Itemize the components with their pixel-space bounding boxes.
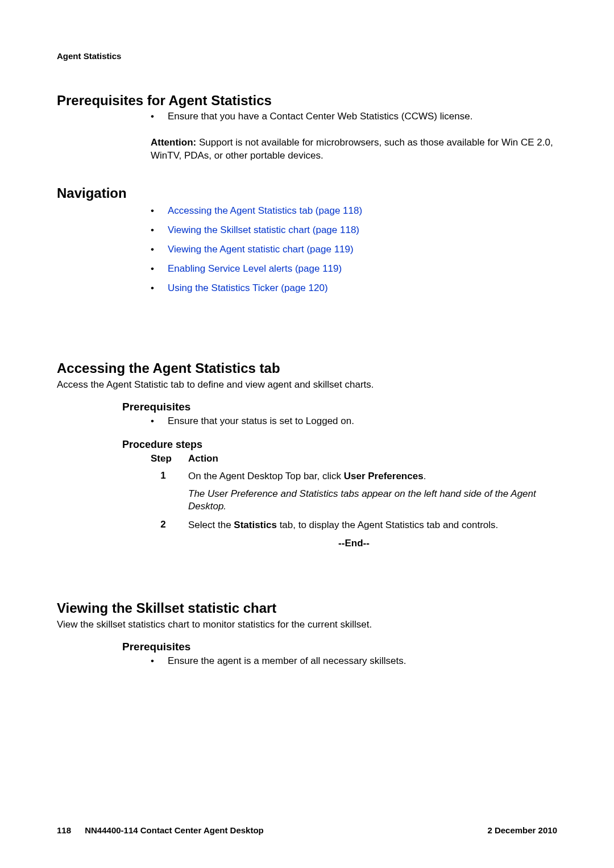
nav-link[interactable]: Viewing the Agent statistic chart (page … (168, 240, 354, 259)
step-row-1: 1 On the Agent Desktop Top bar, click Us… (151, 470, 557, 514)
bullet-dot-icon: • (151, 240, 168, 259)
bullet-logged-on: • Ensure that your status is set to Logg… (151, 413, 557, 430)
step1-text-post: . (424, 471, 426, 481)
step-row-2: 2 Select the Statistics tab, to display … (151, 519, 557, 532)
footer-left: 118 NN44400-114 Contact Center Agent Des… (57, 825, 264, 835)
bullet-member-skillsets: • Ensure the agent is a member of all ne… (151, 653, 557, 670)
page-footer: 118 NN44400-114 Contact Center Agent Des… (57, 825, 557, 835)
accessing-body: Access the Agent Statistic tab to define… (57, 379, 557, 392)
running-header: Agent Statistics (57, 51, 557, 61)
nav-item-statistics-ticker: • Using the Statistics Ticker (page 120) (151, 279, 557, 298)
viewing-body: View the skillset statistics chart to mo… (57, 618, 557, 632)
bullet-dot-icon: • (151, 221, 168, 240)
doc-id: NN44400-114 Contact Center Agent Desktop (85, 825, 264, 835)
page-number: 118 (57, 825, 71, 835)
col-action: Action (188, 453, 218, 464)
nav-item-access-stats-tab: • Accessing the Agent Statistics tab (pa… (151, 201, 557, 221)
nav-item-skillset-chart: • Viewing the Skillset statistic chart (… (151, 221, 557, 240)
step1-bold: User Preferences (344, 471, 424, 481)
bullet-dot-icon: • (151, 653, 168, 670)
bullet-dot-icon: • (151, 279, 168, 298)
bullet-dot-icon: • (151, 413, 168, 430)
heading-prerequisites: Prerequisites for Agent Statistics (57, 87, 557, 109)
end-marker: --End-- (151, 538, 557, 549)
subheading-prerequisites-1: Prerequisites (122, 392, 557, 413)
nav-link[interactable]: Enabling Service Level alerts (page 119) (168, 259, 342, 279)
attention-note: Attention: Support is not available for … (151, 136, 557, 163)
subheading-procedure-steps: Procedure steps (122, 430, 557, 452)
bullet-ccws-license: • Ensure that you have a Contact Center … (151, 109, 557, 125)
step1-description: The User Preference and Statistics tabs … (188, 488, 557, 514)
attention-label: Attention: (151, 137, 196, 148)
heading-accessing: Accessing the Agent Statistics tab (57, 355, 557, 376)
step-number: 1 (151, 470, 188, 514)
footer-date: 2 December 2010 (487, 825, 557, 835)
step2-text-pre: Select the (188, 520, 234, 530)
bullet-dot-icon: • (151, 259, 168, 279)
bullet-text: Ensure that you have a Contact Center We… (168, 109, 472, 125)
nav-item-agent-chart: • Viewing the Agent statistic chart (pag… (151, 240, 557, 259)
step-table-header: Step Action (151, 452, 557, 464)
heading-viewing-skillset: Viewing the Skillset statistic chart (57, 595, 557, 616)
bullet-text: Ensure the agent is a member of all nece… (168, 653, 406, 670)
bullet-dot-icon: • (151, 201, 168, 221)
col-step: Step (151, 453, 188, 464)
step2-text-post: tab, to display the Agent Statistics tab… (277, 520, 498, 530)
nav-link[interactable]: Viewing the Skillset statistic chart (pa… (168, 221, 359, 240)
step2-bold: Statistics (234, 520, 277, 530)
attention-body-text: Support is not available for microbrowse… (151, 137, 553, 161)
nav-link[interactable]: Using the Statistics Ticker (page 120) (168, 279, 328, 298)
heading-navigation: Navigation (57, 180, 557, 201)
nav-link[interactable]: Accessing the Agent Statistics tab (page… (168, 201, 362, 221)
step-action: Select the Statistics tab, to display th… (188, 519, 557, 532)
bullet-text: Ensure that your status is set to Logged… (168, 413, 354, 430)
step-action: On the Agent Desktop Top bar, click User… (188, 470, 557, 514)
subheading-prerequisites-2: Prerequisites (122, 632, 557, 653)
bullet-dot-icon: • (151, 109, 168, 125)
step-number: 2 (151, 519, 188, 532)
nav-item-service-level-alerts: • Enabling Service Level alerts (page 11… (151, 259, 557, 279)
step1-text-pre: On the Agent Desktop Top bar, click (188, 471, 344, 481)
